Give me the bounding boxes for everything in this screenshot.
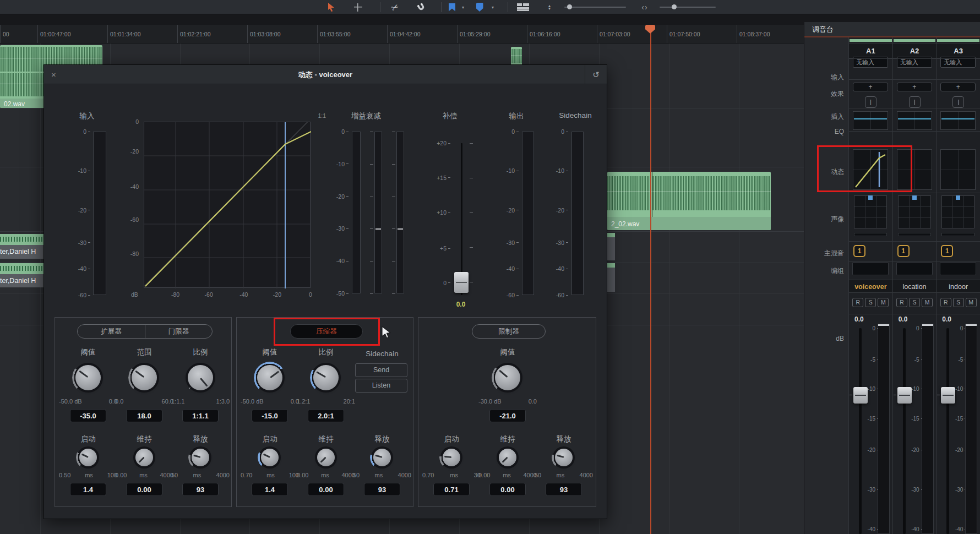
limiter-hold-value[interactable]: 0.00 (489, 483, 526, 496)
group-cell[interactable] (940, 262, 976, 275)
flag-marker-icon[interactable] (448, 0, 456, 14)
compressor-hold-knob[interactable] (317, 449, 335, 466)
pan-position-dot[interactable] (956, 195, 960, 200)
pan-mini-slider[interactable] (941, 233, 974, 236)
compressor-threshold-knob[interactable] (257, 365, 282, 390)
razor-tool-icon[interactable]: ✂ (387, 0, 402, 16)
fader-level-value[interactable]: 0.0 (899, 315, 908, 323)
fader-handle[interactable] (897, 387, 912, 404)
limiter-threshold-value[interactable]: -21.0 (489, 409, 526, 422)
expander-range-value[interactable]: 18.0 (126, 409, 162, 422)
add-effect-button[interactable]: + (853, 83, 888, 91)
dynamics-cell[interactable] (940, 149, 976, 190)
group-cell[interactable] (852, 262, 889, 275)
expander-ratio-value[interactable]: 1:1.1 (182, 409, 219, 422)
eq-cell[interactable] (897, 111, 932, 130)
compressor-attack-value[interactable]: 1.4 (252, 483, 288, 496)
expander-hold-knob[interactable] (135, 449, 153, 466)
dynamics-curve-graph[interactable] (144, 122, 311, 288)
pan-cell[interactable] (854, 195, 887, 228)
scroll-slider-handle[interactable] (672, 4, 677, 9)
record-arm-button[interactable]: R (896, 298, 907, 307)
insert-button[interactable]: | (952, 96, 964, 108)
expander-ratio-knob[interactable] (188, 365, 213, 390)
pan-cell[interactable] (941, 195, 974, 228)
pan-mini-slider[interactable] (898, 233, 931, 236)
reset-icon[interactable]: ↺ (585, 65, 607, 84)
track-name[interactable]: voiceover (849, 280, 892, 293)
compressor-release-value[interactable]: 93 (364, 483, 400, 496)
fader-track[interactable] (946, 328, 949, 534)
limiter-attack-value[interactable]: 0.71 (433, 483, 470, 496)
audio-clip[interactable]: ter,Daniel H (0, 234, 43, 259)
channel-header[interactable]: A3 (937, 43, 980, 58)
trim-tool-icon[interactable] (353, 0, 362, 14)
expander-release-value[interactable]: 93 (182, 483, 219, 496)
expander-release-knob[interactable] (192, 449, 209, 466)
channel-header[interactable]: A2 (893, 43, 937, 58)
record-arm-button[interactable]: R (940, 298, 951, 307)
insert-button[interactable]: | (865, 96, 876, 108)
add-effect-button[interactable]: + (897, 83, 932, 91)
expander-attack-value[interactable]: 1.4 (70, 483, 106, 496)
audio-clip[interactable]: ter,Daniel H (0, 263, 43, 287)
limiter-hold-knob[interactable] (499, 449, 516, 466)
solo-button[interactable]: S (865, 298, 876, 307)
expander-threshold-knob[interactable] (75, 365, 101, 390)
fader-level-value[interactable]: 0.0 (854, 315, 864, 323)
tab-gate[interactable]: 门限器 (145, 325, 212, 338)
solo-button[interactable]: S (953, 298, 964, 307)
main-bus-button[interactable]: 1 (853, 245, 865, 257)
flag-dropdown-icon[interactable]: ▾ (460, 0, 466, 14)
expander-threshold-value[interactable]: -35.0 (70, 409, 106, 422)
track-name[interactable]: location (893, 280, 937, 293)
compressor-hold-value[interactable]: 0.00 (308, 483, 344, 496)
main-bus-button[interactable]: 1 (941, 245, 953, 257)
selection-tool-icon[interactable] (326, 0, 336, 14)
insert-button[interactable]: | (909, 96, 921, 108)
group-cell[interactable] (896, 262, 933, 275)
audio-clip-fragment[interactable] (607, 233, 615, 260)
compressor-attack-knob[interactable] (261, 449, 279, 466)
eq-cell[interactable] (940, 111, 976, 130)
makeup-slider-handle[interactable] (454, 272, 469, 293)
dialog-titlebar[interactable]: × 动态 - voiceover ↺ (44, 65, 607, 84)
snapping-magnet-icon[interactable] (416, 0, 426, 14)
sidechain-send-button[interactable]: Send (355, 363, 407, 377)
expander-hold-value[interactable]: 0.00 (126, 483, 162, 496)
pan-cell[interactable] (898, 195, 931, 228)
track-height-icon[interactable]: ▲▼ (546, 0, 553, 14)
compressor-threshold-value[interactable]: -15.0 (252, 409, 288, 422)
makeup-value[interactable]: 0.0 (446, 301, 476, 308)
fader-handle[interactable] (941, 387, 955, 404)
limiter-threshold-knob[interactable] (495, 365, 520, 390)
track-name[interactable]: indoor (937, 280, 980, 293)
limiter-attack-knob[interactable] (443, 449, 460, 466)
marker-icon[interactable] (476, 0, 483, 14)
timecode-ruler[interactable]: 0001:00:47:0001:01:34:0001:02:21:0001:03… (0, 25, 804, 43)
limiter-release-value[interactable]: 93 (546, 483, 582, 496)
tab-limiter[interactable]: 限制器 (472, 324, 546, 339)
playhead-line[interactable] (650, 25, 651, 534)
zoom-slider-handle[interactable] (567, 4, 572, 9)
compressor-ratio-knob[interactable] (313, 365, 339, 390)
timeline-view-options-icon[interactable] (516, 0, 530, 14)
eq-cell[interactable] (853, 111, 888, 130)
fader-level-value[interactable]: 0.0 (942, 315, 951, 323)
fader-track[interactable] (903, 328, 906, 534)
limiter-release-knob[interactable] (555, 449, 573, 466)
fader-track[interactable] (859, 328, 862, 534)
audio-clip[interactable] (511, 47, 522, 66)
record-arm-button[interactable]: R (852, 298, 863, 307)
mute-button[interactable]: M (922, 298, 933, 307)
audio-clip-fragment[interactable] (607, 263, 615, 292)
marker-dropdown-icon[interactable]: ▾ (490, 0, 496, 14)
solo-button[interactable]: S (909, 298, 920, 307)
add-effect-button[interactable]: + (940, 83, 976, 91)
tab-expander[interactable]: 扩展器 (78, 325, 145, 338)
audio-clip[interactable]: 2_02.wav (607, 172, 771, 230)
pan-mini-slider[interactable] (854, 233, 887, 236)
pan-position-dot[interactable] (868, 195, 873, 200)
sidechain-listen-button[interactable]: Listen (355, 379, 407, 393)
scroll-slider-track[interactable] (660, 7, 716, 8)
